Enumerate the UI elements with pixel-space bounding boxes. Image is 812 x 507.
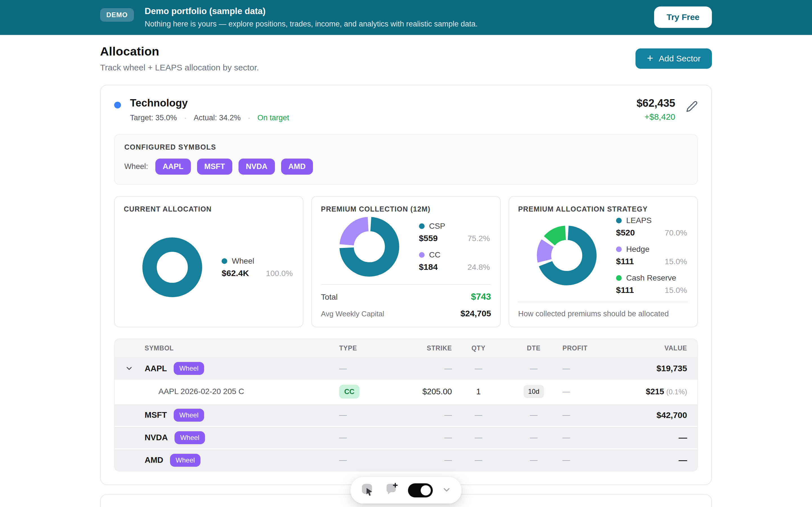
current-allocation-donut-chart [142,237,202,297]
legend-value: $62.4K [221,269,249,278]
legend-value: $559 [419,233,438,243]
sector-color-dot [114,102,121,108]
panel-title: PREMIUM COLLECTION (12M) [321,205,491,213]
symbol-pill: AMD [281,159,313,175]
legend-dot [419,252,424,258]
table-row-aapl[interactable]: AAPLWheel — — — — — $19,735 [115,357,697,380]
toolbar-expand-button[interactable] [442,485,451,496]
panel-title: CURRENT ALLOCATION [124,205,294,213]
page-subtitle: Track wheel + LEAPS allocation by sector… [100,63,259,72]
symbol-ticker: MSFT [145,410,167,420]
cursor-tool-button[interactable] [361,483,375,498]
sector-target: Target: 35.0% [130,114,177,122]
panel-title: PREMIUM ALLOCATION STRATEGY [518,205,688,213]
sector-gain: +$8,420 [637,112,675,122]
legend-label: CSP [429,222,446,231]
legend-dot [616,246,622,252]
symbol-ticker: NVDA [145,433,168,442]
position-name: AAPL 2026-02-20 205 C [125,387,339,396]
row-value: — [624,433,687,443]
chart-legend: CSP $55975.2% CC $18424.8% [419,222,490,272]
current-allocation-panel: CURRENT ALLOCATION Wheel $62.4K100.0% [114,196,303,327]
avg-weekly-label: Avg Weekly Capital [321,309,384,318]
legend-label: Wheel [232,257,254,266]
legend-percent: 24.8% [467,263,490,272]
strategy-caption: How collected premiums should be allocat… [518,309,688,318]
sector-card-technology: Technology Target: 35.0% · Actual: 34.2%… [100,85,712,485]
legend-percent: 15.0% [665,286,687,295]
table-row-msft[interactable]: MSFTWheel — — — — — $42,700 [115,403,697,426]
symbol-pill: MSFT [197,159,233,175]
chevron-down-icon [442,485,451,496]
sector-status: On target [257,114,289,122]
try-free-button[interactable]: Try Free [654,6,712,28]
wheel-badge: Wheel [174,362,204,375]
table-row-nvda[interactable]: NVDAWheel — — — — — — [115,426,697,448]
configured-symbols-box: CONFIGURED SYMBOLS Wheel: AAPL MSFT NVDA… [114,134,698,185]
position-value-percent: (0.1%) [666,388,687,396]
legend-label: Cash Reserve [626,274,676,283]
feedback-toolbar [350,477,462,504]
symbol-ticker: AMD [145,455,163,465]
sector-value: $62,435 [637,97,675,109]
avg-weekly-value: $24,705 [460,309,491,318]
legend-label: LEAPS [626,216,652,225]
edit-sector-button[interactable] [686,101,698,113]
legend-percent: 100.0% [266,269,293,278]
meta-separator: · [185,114,186,122]
demo-banner: DEMO Demo portfolio (sample data) Nothin… [0,0,812,35]
col-dte: DTE [505,344,562,352]
demo-badge: DEMO [100,8,134,22]
col-qty: QTY [452,344,505,352]
legend-value: $184 [419,262,438,272]
legend-dot [616,218,622,223]
banner-title: Demo portfolio (sample data) [145,6,477,16]
legend-label: Hedge [626,245,650,254]
wheel-badge: Wheel [174,431,205,444]
add-sector-button[interactable]: + Add Sector [636,48,712,69]
dte-badge: 10d [523,385,544,398]
total-value: $743 [471,291,491,302]
position-value: $215 (0.1%) [624,387,687,396]
demo-mode-toggle[interactable] [408,483,433,497]
wheel-label: Wheel: [124,162,148,171]
page-title: Allocation [100,45,259,58]
toggle-knob [421,485,431,496]
type-badge-cc: CC [339,385,359,399]
comment-tool-button[interactable] [384,483,399,498]
legend-value: $111 [616,257,634,266]
col-strike: STRIKE [412,344,452,352]
wheel-badge: Wheel [170,454,200,467]
premium-strategy-donut-chart [537,226,597,285]
legend-dot [616,275,622,281]
meta-separator: · [248,114,250,122]
plus-icon: + [647,53,653,63]
wheel-badge: Wheel [174,409,204,421]
row-value: — [624,455,687,465]
position-strike: $205.00 [412,387,452,396]
legend-percent: 15.0% [665,257,687,266]
sector-meta: Target: 35.0% · Actual: 34.2% · On targe… [130,114,289,122]
premium-collection-donut-chart [340,217,399,277]
col-value: VALUE [624,344,687,352]
table-row-amd[interactable]: AMDWheel — — — — — — [115,448,697,471]
premium-strategy-panel: PREMIUM ALLOCATION STRATEGY LEAPS $52070… [509,196,698,327]
positions-table: SYMBOL TYPE STRIKE QTY DTE PROFIT VALUE … [114,339,698,471]
position-qty: 1 [452,387,505,396]
row-value: $19,735 [624,363,687,373]
col-profit: PROFIT [562,344,624,352]
symbol-pill: NVDA [239,159,275,175]
table-header-row: SYMBOL TYPE STRIKE QTY DTE PROFIT VALUE [115,339,697,357]
legend-label: CC [429,250,441,260]
legend-percent: 70.0% [665,228,687,237]
chevron-down-icon[interactable] [125,364,145,373]
chart-legend: Wheel $62.4K100.0% [221,257,293,278]
table-row-position: AAPL 2026-02-20 205 C CC $205.00 1 10d —… [115,380,697,403]
add-sector-label: Add Sector [659,54,701,63]
banner-subtitle: Nothing here is yours — explore position… [145,20,477,29]
row-value: $42,700 [624,410,687,420]
total-label: Total [321,293,338,302]
premium-collection-panel: PREMIUM COLLECTION (12M) CSP $55975.2% C… [311,196,500,327]
col-symbol: SYMBOL [145,344,339,352]
symbol-pill: AAPL [155,159,191,175]
